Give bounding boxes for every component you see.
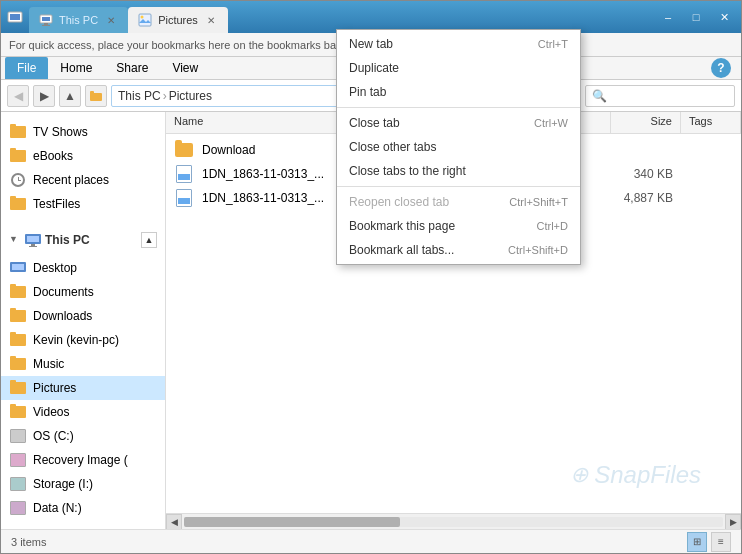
this-pc-header[interactable]: ▼ This PC ▲ [1, 228, 165, 252]
menu-item-close-right[interactable]: Close tabs to the right [337, 159, 580, 183]
sidebar-label-downloads: Downloads [33, 309, 92, 323]
forward-button[interactable]: ▶ [33, 85, 55, 107]
sidebar: TV Shows eBooks Recent places [1, 112, 166, 529]
sidebar-item-kevin[interactable]: Kevin (kevin-pc) [1, 328, 165, 352]
menu-label: Bookmark this page [349, 219, 455, 233]
col-size[interactable]: Size [611, 112, 681, 133]
path-this-pc: This PC [118, 89, 161, 103]
ribbon-tab-share[interactable]: Share [104, 57, 160, 79]
tab-pictures-close[interactable]: ✕ [204, 13, 218, 27]
status-bar: 3 items ⊞ ≡ [1, 529, 741, 553]
menu-shortcut: Ctrl+D [537, 220, 568, 232]
up-button[interactable]: ▲ [59, 85, 81, 107]
search-box[interactable]: 🔍 [585, 85, 735, 107]
menu-label: Pin tab [349, 85, 386, 99]
menu-label: Reopen closed tab [349, 195, 449, 209]
menu-item-close-tab[interactable]: Close tab Ctrl+W [337, 111, 580, 135]
favorites-section: TV Shows eBooks Recent places [1, 116, 165, 220]
pc-tab-icon [39, 13, 53, 27]
sidebar-label-recent: Recent places [33, 173, 109, 187]
sidebar-label-recovery: Recovery Image ( [33, 453, 128, 467]
sidebar-item-storage[interactable]: Storage (I:) [1, 472, 165, 496]
scroll-track[interactable] [184, 517, 723, 527]
ribbon-tab-view[interactable]: View [160, 57, 210, 79]
tab-this-pc-label: This PC [59, 14, 98, 26]
scroll-left-button[interactable]: ◀ [166, 514, 182, 530]
status-text: 3 items [11, 536, 46, 548]
sidebar-item-testfiles[interactable]: TestFiles [1, 192, 165, 216]
h-scrollbar[interactable]: ◀ ▶ [166, 513, 741, 529]
path-pictures: Pictures [169, 89, 212, 103]
data-icon [9, 499, 27, 517]
sidebar-item-recovery[interactable]: Recovery Image ( [1, 448, 165, 472]
menu-item-reopen[interactable]: Reopen closed tab Ctrl+Shift+T [337, 190, 580, 214]
image-icon [174, 188, 194, 208]
svg-rect-6 [139, 14, 151, 26]
sidebar-item-music[interactable]: Music [1, 352, 165, 376]
recent-button[interactable] [85, 85, 107, 107]
folder-icon [9, 147, 27, 165]
sidebar-label: Music [33, 357, 64, 371]
svg-rect-13 [31, 244, 35, 246]
menu-shortcut: Ctrl+W [534, 117, 568, 129]
sidebar-item-data[interactable]: Data (N:) [1, 496, 165, 520]
scroll-thumb[interactable] [184, 517, 400, 527]
menu-label: Duplicate [349, 61, 399, 75]
recent-icon [9, 171, 27, 189]
menu-label: Close tab [349, 116, 400, 130]
sidebar-item-documents[interactable]: Documents [1, 280, 165, 304]
downloads-icon [9, 307, 27, 325]
menu-item-pin[interactable]: Pin tab [337, 80, 580, 104]
sidebar-item-os[interactable]: OS (C:) [1, 424, 165, 448]
sidebar-label: Data (N:) [33, 501, 82, 515]
tab-this-pc-close[interactable]: ✕ [104, 13, 118, 27]
sidebar-item-ebooks[interactable]: eBooks [1, 144, 165, 168]
grid-view-button[interactable]: ⊞ [687, 532, 707, 552]
list-view-button[interactable]: ≡ [711, 532, 731, 552]
this-pc-label: This PC [45, 233, 90, 247]
sidebar-item-recent[interactable]: Recent places [1, 168, 165, 192]
close-button[interactable]: ✕ [711, 7, 737, 27]
menu-item-bookmark-all[interactable]: Bookmark all tabs... Ctrl+Shift+D [337, 238, 580, 262]
storage-icon [9, 475, 27, 493]
menu-item-bookmark[interactable]: Bookmark this page Ctrl+D [337, 214, 580, 238]
col-name[interactable]: Name [166, 112, 361, 133]
menu-item-duplicate[interactable]: Duplicate [337, 56, 580, 80]
menu-label: Close other tabs [349, 140, 436, 154]
sidebar-item-videos[interactable]: Videos [1, 400, 165, 424]
menu-item-new-tab[interactable]: New tab Ctrl+T [337, 32, 580, 56]
svg-rect-12 [27, 236, 39, 242]
menu-item-close-other[interactable]: Close other tabs [337, 135, 580, 159]
search-icon: 🔍 [592, 89, 607, 103]
music-icon [9, 355, 27, 373]
folder-icon [9, 123, 27, 141]
svg-rect-16 [12, 264, 24, 270]
menu-shortcut: Ctrl+T [538, 38, 568, 50]
folder-nav-icon [90, 90, 102, 102]
sidebar-item-pictures[interactable]: Pictures [1, 376, 165, 400]
sidebar-label-tvshows: TV Shows [33, 125, 88, 139]
pictures-icon [9, 379, 27, 397]
tab-pictures-label: Pictures [158, 14, 198, 26]
collapse-button[interactable]: ▲ [141, 232, 157, 248]
tab-pictures[interactable]: Pictures ✕ [128, 7, 228, 33]
minimize-button[interactable]: – [655, 7, 681, 27]
back-button[interactable]: ◀ [7, 85, 29, 107]
sidebar-item-downloads[interactable]: Downloads [1, 304, 165, 328]
expand-icon: ▼ [9, 234, 21, 246]
svg-rect-4 [44, 23, 48, 25]
sidebar-item-desktop[interactable]: Desktop [1, 256, 165, 280]
col-tags[interactable]: Tags [681, 112, 741, 133]
title-controls: – □ ✕ [655, 7, 737, 27]
scroll-right-button[interactable]: ▶ [725, 514, 741, 530]
path-separator: › [163, 89, 167, 103]
sidebar-item-tvshows[interactable]: TV Shows [1, 120, 165, 144]
tab-this-pc[interactable]: This PC ✕ [29, 7, 128, 33]
menu-label: New tab [349, 37, 393, 51]
sidebar-label: Pictures [33, 381, 76, 395]
ribbon-tab-file[interactable]: File [5, 57, 48, 79]
maximize-button[interactable]: □ [683, 7, 709, 27]
help-button[interactable]: ? [711, 58, 731, 78]
ribbon-tab-home[interactable]: Home [48, 57, 104, 79]
documents-icon [9, 283, 27, 301]
